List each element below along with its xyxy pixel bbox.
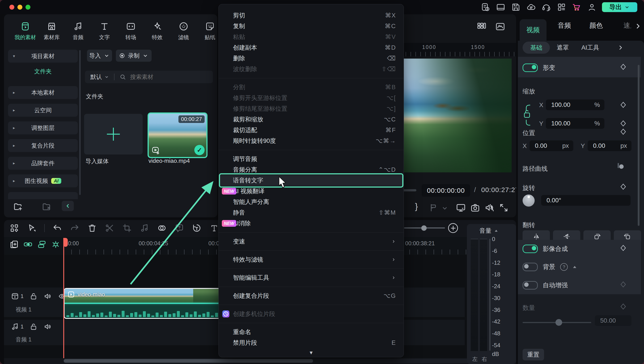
menu-item[interactable]: 顺时针旋转90度⌥⌘→ (219, 136, 404, 146)
sidebar-item-partial[interactable] (8, 192, 78, 199)
props-tab-1[interactable]: 视频 (520, 19, 546, 41)
close-window-button[interactable] (10, 5, 14, 10)
menu-item[interactable]: 禁用片段E (219, 338, 404, 348)
props-subtab-1[interactable]: 基础 (522, 42, 550, 54)
zoom-window-button[interactable] (26, 5, 30, 10)
new-folder-icon[interactable] (13, 201, 23, 212)
timeline-horizontal-scrollbar[interactable] (63, 359, 516, 363)
apps-grid-icon[interactable] (557, 2, 566, 12)
tab-effects[interactable]: 特效 (144, 17, 170, 45)
more-tabs-chevron-icon[interactable] (634, 22, 642, 30)
scissors-icon[interactable] (105, 223, 114, 233)
sidebar-scrollbar[interactable] (79, 50, 81, 195)
sidebar-item[interactable]: ▸调整图层 (8, 122, 78, 134)
snap-icon[interactable] (51, 240, 60, 249)
menu-item[interactable]: 变速 (219, 236, 404, 247)
tab-stock-media[interactable]: 素材库 (38, 17, 65, 45)
menu-item[interactable]: NEWAI消除 (219, 218, 404, 229)
collapse-triangle-icon[interactable] (573, 266, 576, 268)
auto-enhance-toggle[interactable] (522, 281, 538, 290)
support-headset-icon[interactable] (542, 2, 551, 12)
layout-panel-icon[interactable] (496, 2, 505, 12)
speaker-icon[interactable] (44, 292, 52, 300)
tab-my-media[interactable]: 我的素材 (12, 17, 38, 45)
menu-item[interactable]: 裁剪和缩放⌥C (219, 114, 404, 125)
fullscreen-icon[interactable] (499, 202, 509, 213)
playhead-line[interactable] (63, 238, 64, 358)
sidebar-item[interactable]: ▸复合片段 (8, 139, 78, 152)
props-tab-3[interactable]: 颜色 (590, 21, 603, 30)
snapshot-camera-icon[interactable] (470, 202, 480, 213)
props-tab-4[interactable]: 速度 (624, 21, 631, 30)
menu-item[interactable]: 语音转文字 (219, 175, 404, 186)
sort-dropdown[interactable]: 默认 (90, 73, 102, 81)
sidebar-item[interactable]: ▸本地素材 (8, 86, 78, 99)
undo-icon[interactable] (52, 223, 62, 233)
props-subtab-2[interactable]: 遮罩 (554, 42, 572, 54)
text-to-speech-icon[interactable] (192, 223, 202, 233)
rotation-knob[interactable] (522, 194, 535, 206)
amount-slider-knob[interactable] (556, 319, 562, 326)
menu-item[interactable]: 智能编辑工具 (219, 272, 404, 283)
speech-bubble-icon[interactable] (174, 223, 184, 233)
project-history-icon[interactable] (481, 2, 490, 12)
sidebar-item-selected[interactable]: 文件夹 (8, 66, 78, 76)
collapse-sidebar-button[interactable] (62, 201, 74, 211)
cloud-sync-icon[interactable] (526, 2, 536, 12)
zoom-in-button[interactable] (448, 223, 458, 233)
save-icon[interactable] (511, 2, 520, 12)
menu-scroll-down-indicator[interactable]: ▼ (219, 350, 404, 356)
delete-folder-icon[interactable] (42, 201, 52, 212)
redo-icon[interactable] (70, 223, 80, 233)
link-scale-lock-icon[interactable] (523, 100, 532, 130)
add-media-icon[interactable] (10, 240, 19, 249)
props-subtab-3[interactable]: AI工具 (578, 42, 602, 54)
keyframe-diamond-icon[interactable] (619, 244, 628, 252)
rotation-input[interactable]: 0.00° (541, 195, 630, 206)
keyframe-diamond-icon[interactable] (619, 62, 628, 71)
position-x-input[interactable]: 0.00 px (530, 140, 573, 151)
unlock-icon[interactable] (29, 292, 38, 300)
menu-item[interactable]: NEWAI 视频翻译 (219, 186, 404, 196)
tab-filters[interactable]: 滤镜 (170, 17, 197, 45)
marker-flag-icon[interactable] (428, 202, 438, 213)
transform-toggle[interactable] (522, 64, 538, 72)
keyframe-diamond-icon[interactable] (619, 128, 628, 136)
grid-view-icon[interactable] (476, 22, 487, 32)
more-subtabs-chevron-icon[interactable] (617, 44, 624, 51)
menu-item[interactable]: 智能人声分离 (219, 196, 404, 207)
position-y-input[interactable]: 0.00 px (588, 140, 632, 151)
collapse-meter-icon[interactable] (495, 230, 498, 232)
import-media-tile[interactable] (84, 114, 143, 154)
select-cursor-icon[interactable] (27, 223, 37, 233)
menu-item[interactable]: 删除⌫ (219, 53, 404, 64)
grid-elements-icon[interactable] (10, 223, 19, 233)
mark-out-button[interactable]: } (415, 202, 418, 212)
playhead-handle[interactable] (63, 238, 68, 247)
mute-speaker-icon[interactable] (484, 202, 495, 213)
menu-item[interactable]: 剪切⌘X (219, 10, 404, 21)
user-account-icon[interactable] (587, 2, 596, 12)
trash-icon[interactable] (87, 223, 97, 233)
keyframe-diamond-icon[interactable] (619, 100, 628, 109)
sidebar-item[interactable]: ▸云空间 (8, 104, 78, 117)
tab-transition[interactable]: 转场 (118, 17, 144, 45)
menu-item[interactable]: 音频分离⌃⌥D (219, 164, 404, 175)
path-curve-toggle[interactable] (618, 163, 619, 168)
keyframe-diamond-icon[interactable] (619, 182, 628, 191)
background-toggle[interactable] (522, 263, 538, 271)
properties-scrollbar[interactable] (638, 65, 640, 226)
reset-button[interactable]: 重置 (522, 349, 544, 360)
menu-item[interactable]: 重命名 (219, 327, 404, 338)
search-input[interactable] (130, 73, 180, 81)
scale-x-input[interactable]: 100.00 % (546, 100, 604, 110)
crop-icon[interactable] (122, 223, 132, 233)
help-icon[interactable]: ? (560, 263, 568, 271)
audio-tool-icon[interactable] (140, 223, 149, 233)
keyframe-diamond-icon[interactable] (619, 119, 628, 128)
compositing-toggle[interactable] (522, 244, 538, 253)
menu-item[interactable]: 创建副本⌘D (219, 42, 404, 53)
speaker-icon[interactable] (44, 322, 52, 331)
minimize-window-button[interactable] (18, 5, 22, 10)
scale-y-input[interactable]: 100.00 % (546, 118, 604, 129)
